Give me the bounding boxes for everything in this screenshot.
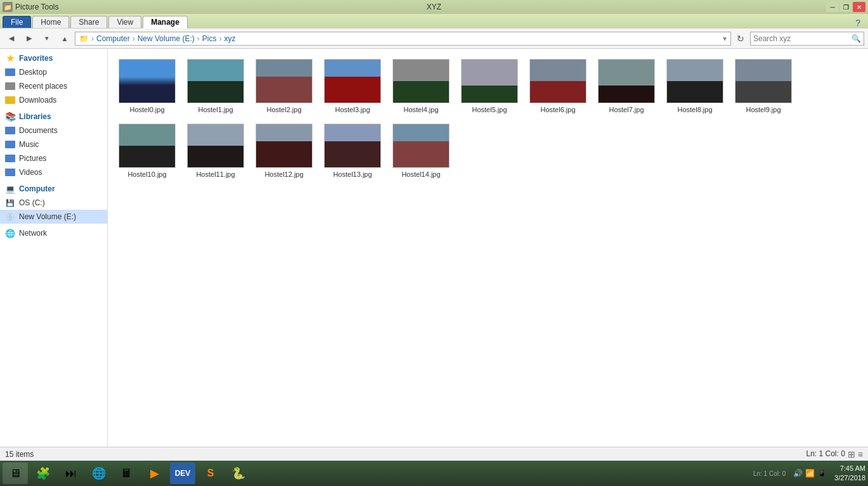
file-item-2[interactable]: Hostel2.jpg: [252, 56, 316, 116]
file-item-14[interactable]: Hostel14.jpg: [389, 121, 453, 181]
sidebar-item-recent[interactable]: Recent places: [0, 79, 107, 93]
taskbar-media[interactable]: ⏭: [58, 463, 84, 484]
file-item-13[interactable]: Hostel13.jpg: [321, 121, 384, 181]
libraries-icon: 📚: [5, 112, 15, 122]
sidebar-item-pictures[interactable]: Pictures: [0, 151, 107, 165]
pictures-icon: [5, 153, 15, 163]
tab-view[interactable]: View: [108, 16, 141, 28]
close-button[interactable]: ✕: [853, 2, 865, 12]
path-xyz[interactable]: xyz: [224, 34, 235, 43]
tab-share[interactable]: Share: [70, 16, 107, 28]
title-bar: 📁 Picture Tools XYZ ─ ❐ ✕: [0, 0, 868, 14]
documents-icon: [5, 125, 15, 136]
file-name-3: Hostel3.jpg: [335, 106, 370, 113]
volume-icon[interactable]: 🔊: [793, 469, 803, 478]
path-computer[interactable]: Computer: [96, 34, 130, 43]
sidebar-item-network[interactable]: 🌐 Network: [0, 226, 107, 240]
sidebar-item-volume-e[interactable]: 💿 New Volume (E:): [0, 210, 107, 224]
file-name-0: Hostel0.jpg: [129, 106, 164, 113]
main-layout: ★ Favorites Desktop Recent places Downlo…: [0, 49, 868, 447]
file-name-2: Hostel2.jpg: [266, 106, 301, 113]
path-volume[interactable]: New Volume (E:): [138, 34, 195, 43]
search-icon: 🔍: [852, 34, 861, 43]
file-name-11: Hostel11.jpg: [196, 170, 235, 178]
file-item-1[interactable]: Hostel1.jpg: [184, 56, 247, 116]
file-item-6[interactable]: Hostel6.jpg: [526, 56, 590, 116]
taskbar-chrome[interactable]: 🌐: [86, 463, 112, 484]
tab-home[interactable]: Home: [32, 16, 69, 28]
sidebar-item-videos[interactable]: Videos: [0, 165, 107, 179]
details-view-button[interactable]: ⊞: [848, 449, 855, 459]
title-bar-left: 📁 Picture Tools: [3, 2, 58, 12]
clock-time: 7:45 AM: [834, 464, 865, 473]
file-item-4[interactable]: Hostel4.jpg: [389, 56, 453, 116]
tab-file[interactable]: File: [3, 16, 31, 28]
dropdown-button[interactable]: ▾: [39, 32, 55, 46]
sidebar-computer-section: 💻 Computer 💾 OS (C:) 💿 New Volume (E:): [0, 182, 107, 224]
file-name-10: Hostel10.jpg: [127, 170, 166, 178]
file-item-5[interactable]: Hostel5.jpg: [458, 56, 521, 116]
file-thumbnail-13: [324, 124, 381, 168]
help-button[interactable]: ?: [855, 18, 865, 28]
file-item-3[interactable]: Hostel3.jpg: [321, 56, 384, 116]
minimize-button[interactable]: ─: [826, 2, 839, 12]
taskbar-player[interactable]: ▶: [142, 463, 167, 484]
recent-icon: [5, 81, 15, 91]
taskbar-calc[interactable]: 🖩: [114, 463, 139, 484]
taskbar-python[interactable]: 🐍: [226, 463, 251, 484]
file-item-7[interactable]: Hostel7.jpg: [595, 56, 658, 116]
sidebar-libraries-header[interactable]: 📚 Libraries: [0, 110, 107, 124]
sidebar-item-downloads[interactable]: Downloads: [0, 93, 107, 107]
back-button[interactable]: ◀: [4, 32, 19, 46]
sidebar: ★ Favorites Desktop Recent places Downlo…: [0, 49, 108, 447]
taskbar-app2[interactable]: 🧩: [30, 463, 56, 484]
tab-manage[interactable]: Manage: [143, 16, 188, 29]
taskbar: 🖥 🧩 ⏭ 🌐 🖩 ▶ DEV S 🐍 Ln: 1 Col: 0 🔊 📶 📱 7…: [0, 461, 868, 486]
sys-tray: 🔊 📶 📱: [789, 469, 831, 478]
file-item-9[interactable]: Hostel9.jpg: [732, 56, 795, 116]
star-icon: ★: [5, 53, 15, 63]
refresh-button[interactable]: ↻: [734, 32, 748, 46]
file-thumbnail-0: [119, 59, 176, 103]
sidebar-item-osc[interactable]: 💾 OS (C:): [0, 196, 107, 210]
file-thumbnail-9: [735, 59, 792, 103]
sidebar-libraries-section: 📚 Libraries Documents Music Pictures Vid…: [0, 110, 107, 179]
file-item-0[interactable]: Hostel0.jpg: [115, 56, 179, 116]
file-thumbnail-7: [598, 59, 655, 103]
network-status-icon[interactable]: 📶: [805, 469, 815, 478]
taskbar-sublime[interactable]: S: [198, 463, 223, 484]
ribbon-tabs: File Home Share View Manage ?: [0, 14, 868, 28]
path-pics[interactable]: Pics: [202, 34, 217, 43]
taskbar-explorer[interactable]: 🖥: [3, 463, 28, 484]
mobile-icon[interactable]: 📱: [817, 469, 827, 478]
file-thumbnail-10: [119, 124, 176, 168]
sidebar-item-music[interactable]: Music: [0, 137, 107, 151]
file-item-10[interactable]: Hostel10.jpg: [115, 121, 179, 181]
ribbon: File Home Share View Manage ?: [0, 14, 868, 29]
file-name-6: Hostel6.jpg: [540, 106, 575, 113]
clock-date: 3/27/2018: [834, 473, 865, 483]
file-item-12[interactable]: Hostel12.jpg: [252, 121, 316, 181]
file-name-5: Hostel5.jpg: [472, 106, 507, 113]
large-icons-view-button[interactable]: ≡: [858, 449, 863, 459]
ln-col-taskbar: Ln: 1 Col: 0: [753, 470, 786, 477]
status-right: Ln: 1 Col: 0 ⊞ ≡: [806, 449, 863, 459]
file-thumbnail-12: [256, 124, 313, 168]
up-button[interactable]: ▲: [57, 32, 72, 46]
restore-button[interactable]: ❐: [839, 2, 852, 12]
file-name-13: Hostel13.jpg: [333, 170, 372, 178]
sidebar-item-documents[interactable]: Documents: [0, 124, 107, 137]
sidebar-item-desktop[interactable]: Desktop: [0, 65, 107, 79]
clock[interactable]: 7:45 AM 3/27/2018: [834, 464, 865, 483]
file-item-8[interactable]: Hostel8.jpg: [663, 56, 727, 116]
sidebar-favorites-header[interactable]: ★ Favorites: [0, 51, 107, 65]
sidebar-computer-header[interactable]: 💻 Computer: [0, 182, 107, 196]
search-input[interactable]: [753, 34, 852, 43]
forward-button[interactable]: ▶: [22, 32, 37, 46]
computer-icon: 💻: [5, 184, 15, 194]
folder-icon: [5, 67, 15, 77]
content-area: Hostel0.jpgHostel1.jpgHostel2.jpgHostel3…: [108, 49, 868, 447]
taskbar-dev[interactable]: DEV: [170, 463, 195, 484]
file-item-11[interactable]: Hostel11.jpg: [184, 121, 247, 181]
address-bar: ◀ ▶ ▾ ▲ 📁 › Computer › New Volume (E:) ›…: [0, 29, 868, 49]
